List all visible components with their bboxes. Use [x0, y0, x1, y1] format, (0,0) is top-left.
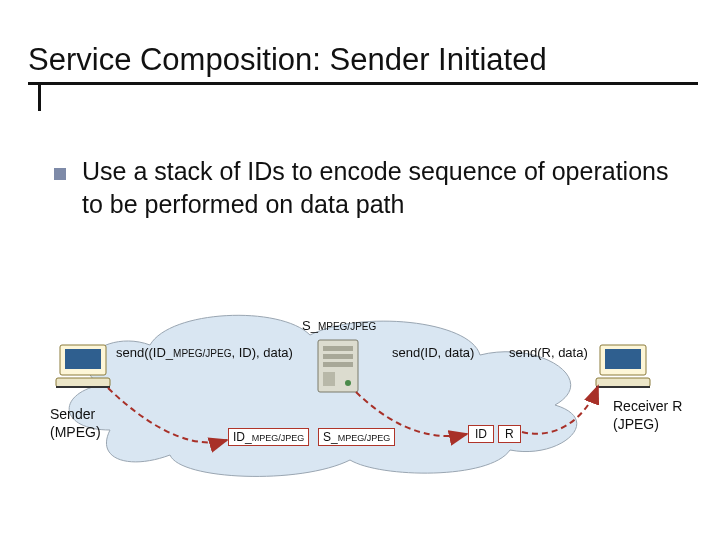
- sender-label-line1: Sender: [50, 406, 95, 422]
- svg-rect-7: [323, 362, 353, 367]
- service-server-icon: [318, 340, 358, 392]
- packet-id: ID: [468, 425, 494, 443]
- call1-post: , ID), data): [231, 345, 292, 360]
- receiver-label-line2: (JPEG): [613, 416, 659, 432]
- send-call-2: send(ID, data): [392, 345, 474, 360]
- sender-computer-icon: [56, 345, 110, 387]
- send-call-3: send(R, data): [509, 345, 588, 360]
- svg-rect-5: [323, 346, 353, 351]
- call1-sub: MPEG/JPEG: [173, 348, 231, 359]
- packet1-sub: MPEG/JPEG: [252, 433, 305, 443]
- receiver-label: Receiver R (JPEG): [613, 398, 682, 433]
- svg-rect-1: [65, 349, 101, 369]
- svg-rect-12: [596, 378, 650, 387]
- packet-r: R: [498, 425, 521, 443]
- service-node-pre: S_: [302, 318, 318, 333]
- packet-s-mpegjpeg: S_MPEG/JPEG: [318, 428, 395, 446]
- sender-label: Sender (MPEG): [50, 406, 101, 441]
- send-call-1: send((ID_MPEG/JPEG, ID), data): [116, 345, 293, 360]
- packet2-sub: MPEG/JPEG: [338, 433, 391, 443]
- service-node-label: S_MPEG/JPEG: [302, 318, 376, 333]
- svg-rect-6: [323, 354, 353, 359]
- service-node-sub: MPEG/JPEG: [318, 321, 376, 332]
- slide: Service Composition: Sender Initiated Us…: [0, 0, 720, 540]
- network-cloud-icon: [69, 315, 577, 476]
- svg-rect-2: [56, 378, 110, 387]
- svg-rect-11: [605, 349, 641, 369]
- svg-point-9: [345, 380, 351, 386]
- packet-id-mpegjpeg: ID_MPEG/JPEG: [228, 428, 309, 446]
- packet2-pre: S_: [323, 430, 338, 444]
- sender-label-line2: (MPEG): [50, 424, 101, 440]
- diagram-canvas: [0, 0, 720, 540]
- receiver-computer-icon: [596, 345, 650, 387]
- call1-pre: send((ID_: [116, 345, 173, 360]
- packet1-pre: ID_: [233, 430, 252, 444]
- svg-rect-8: [323, 372, 335, 386]
- receiver-label-line1: Receiver R: [613, 398, 682, 414]
